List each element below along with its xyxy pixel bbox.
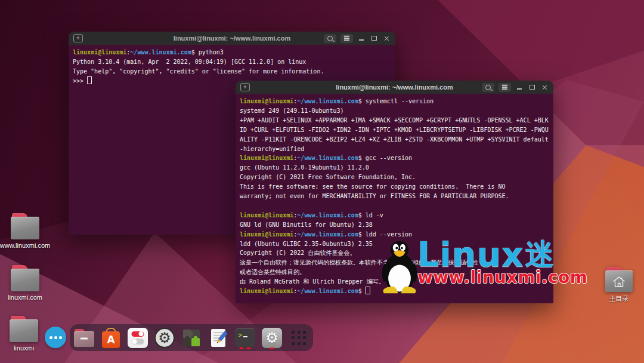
plus-icon: + [243, 85, 246, 90]
terminal-line: 由 Roland McGrath 和 Ulrich Drepper 编写。 [240, 277, 553, 287]
terminal-line: 或者适合某些特殊目的。 [240, 267, 553, 277]
dock-item-text-editor[interactable] [208, 324, 229, 351]
terminal-line: gcc (Ubuntu 11.2.0-19ubuntu1) 11.2.0 [240, 163, 553, 173]
terminal-line: linuxmi@linuxmi:~/www.linuxmi.com$ [240, 287, 553, 296]
terminal-window-2: + linuxmi@linuxmi: ~/www.linuxmi.com lin… [236, 81, 553, 303]
dock-item-terminal[interactable]: > [234, 324, 256, 351]
close-icon [384, 36, 389, 41]
terminal-line: ID +CURL +ELFUTILS -FIDO2 +IDN2 -IDN +IP… [240, 125, 553, 135]
ubuntu-software-icon: A [101, 328, 121, 348]
desktop-folder-linuxmi-com[interactable]: linuxmi.com [0, 265, 54, 301]
terminal-cursor [366, 287, 370, 294]
settings-toggles-icon [128, 328, 148, 348]
maximize-icon [530, 85, 535, 90]
terminal-line: linuxmi@linuxmi:~/www.linuxmi.com$ ld -v [240, 211, 553, 220]
terminal-line: 这是一个自由软件；请见源代码的授权条款。本软件不含任何没有担保；甚至不保证适销性 [240, 258, 553, 267]
search-button[interactable] [324, 34, 336, 43]
terminal-line: systemd 249 (249.11-0ubuntu3) [240, 106, 553, 116]
minimize-button[interactable] [357, 34, 366, 42]
folder-icon [10, 316, 38, 342]
maximize-button[interactable] [370, 34, 378, 42]
desktop-home-label: 主目录 [590, 294, 644, 303]
dock-item-extensions[interactable] [181, 324, 202, 351]
menu-button[interactable] [499, 83, 511, 92]
new-tab-button[interactable]: + [73, 34, 83, 42]
running-indicator [240, 347, 251, 349]
dock: A ⚙ [70, 324, 313, 351]
terminal-line: linuxmi@linuxmi:~/www.linuxmi.com$ gcc -… [240, 153, 553, 163]
running-indicator [270, 347, 274, 349]
dock-item-ubuntu-software[interactable]: A [100, 324, 122, 351]
plus-icon: + [76, 36, 79, 41]
maximize-icon [371, 36, 377, 41]
terminal-line: ALITY -P11KIT -QRENCODE +BZIP2 +LZ4 +XZ … [240, 135, 553, 144]
terminal-output[interactable]: linuxmi@linuxmi:~/www.linuxmi.com$ syste… [236, 94, 553, 303]
hamburger-menu-icon [502, 87, 507, 87]
terminal-line: Copyright (C) 2021 Free Software Foundat… [240, 173, 553, 182]
titlebar[interactable]: + linuxmi@linuxmi: ~/www.linuxmi.com [236, 81, 553, 94]
show-apps-grid-icon [292, 331, 306, 345]
terminal-line: warranty; not even for MERCHANTABILITY o… [240, 192, 553, 201]
hamburger-menu-icon [344, 38, 349, 38]
terminal-line: linuxmi@linuxmi:~/www.linuxmi.com$ syste… [240, 97, 553, 106]
folder-icon [11, 213, 39, 239]
close-button[interactable] [382, 34, 391, 42]
gray-gear-icon: ⚙ [262, 328, 282, 348]
terminal-line: This is free software; see the source fo… [240, 182, 553, 192]
search-icon [327, 36, 333, 41]
titlebar[interactable]: + linuxmi@linuxmi: ~/www.linuxmi.com [69, 32, 395, 45]
terminal-line: ldd (Ubuntu GLIBC 2.35-0ubuntu3) 2.35 [240, 239, 553, 249]
minimize-icon [517, 88, 522, 90]
menu-button[interactable] [340, 34, 353, 43]
three-dots-circle-icon[interactable] [45, 327, 66, 348]
dock-item-settings[interactable] [127, 324, 148, 351]
dock-item-system-tool[interactable]: ⚙ [261, 324, 283, 351]
desktop-folder-label: linuxmi.com [0, 294, 54, 301]
terminal-line: +PAM +AUDIT +SELINUX +APPARMOR +IMA +SMA… [240, 116, 553, 125]
terminal-line: linuxmi@linuxmi:~/www.linuxmi.com$ pytho… [73, 48, 395, 57]
search-icon [485, 85, 491, 90]
desktop-home-folder[interactable]: 主目录 [590, 267, 644, 303]
terminal-line: GNU ld (GNU Binutils for Ubuntu) 2.38 [240, 220, 553, 230]
terminal-line: Copyright (C) 2022 自由软件基金会。 [240, 248, 553, 258]
desktop-folder-label: www.linuxmi.com [0, 242, 54, 249]
maximize-button[interactable] [528, 83, 536, 91]
gear-circle-icon: ⚙ [154, 328, 175, 348]
minimize-button[interactable] [515, 83, 524, 91]
close-button[interactable] [540, 83, 549, 91]
folder-icon [11, 265, 39, 291]
extensions-puzzle-icon [181, 328, 202, 347]
files-icon [74, 329, 94, 347]
desktop-folder-label: linuxmi [0, 344, 52, 352]
dock-item-utilities[interactable]: ⚙ [154, 324, 175, 351]
terminal-line [240, 201, 553, 211]
close-icon [542, 85, 547, 90]
search-button[interactable] [482, 83, 494, 92]
terminal-line: linuxmi@linuxmi:~/www.linuxmi.com$ ldd -… [240, 230, 553, 239]
terminal-icon: > [235, 328, 255, 347]
dock-item-files[interactable] [73, 324, 95, 351]
terminal-line: Type "help", "copyright", "credits" or "… [73, 67, 395, 76]
dock-item-show-applications[interactable] [288, 324, 309, 351]
text-editor-icon [209, 328, 228, 348]
terminal-line: Python 3.10.4 (main, Apr 2 2022, 09:04:1… [73, 57, 395, 67]
window-title: linuxmi@linuxmi: ~/www.linuxmi.com [174, 35, 290, 42]
desktop-folder-www-linuxmi-com[interactable]: www.linuxmi.com [0, 213, 54, 249]
desktop: www.linuxmi.com linuxmi.com linuxmi 主目录 … [0, 0, 644, 363]
window-title: linuxmi@linuxmi: ~/www.linuxmi.com [336, 84, 453, 91]
home-folder-icon [605, 267, 633, 292]
minimize-icon [359, 39, 364, 41]
terminal-line: -hierarchy=unified [240, 144, 553, 154]
new-tab-button[interactable]: + [240, 83, 250, 91]
terminal-cursor [87, 76, 92, 84]
house-icon [612, 275, 626, 288]
